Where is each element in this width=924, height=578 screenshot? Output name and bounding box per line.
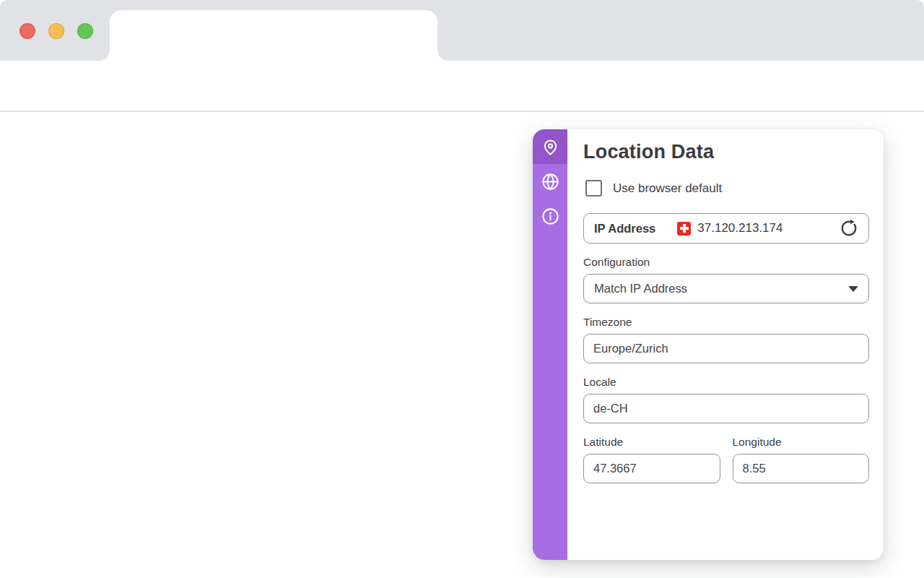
coordinates-row: Latitude Longitude [583, 423, 869, 483]
timezone-label: Timezone [583, 316, 869, 329]
configuration-group: Configuration Match IP Address [583, 256, 869, 303]
ip-address-label: IP Address [594, 222, 655, 236]
sidebar-item-info[interactable] [533, 199, 567, 233]
latitude-group: Latitude [583, 436, 720, 483]
timezone-input[interactable] [583, 334, 869, 363]
longitude-input[interactable] [733, 454, 870, 483]
configuration-selected-value: Match IP Address [594, 282, 687, 296]
ip-address-value: 37.120.213.174 [697, 221, 783, 236]
latitude-input[interactable] [583, 454, 720, 483]
browser-window: Location Data Use browser default IP Add… [0, 0, 924, 578]
configuration-label: Configuration [583, 256, 869, 269]
sidebar-item-location[interactable] [533, 129, 567, 164]
browser-tab[interactable] [110, 10, 437, 61]
location-data-panel: Location Data Use browser default IP Add… [533, 129, 884, 560]
close-window-button[interactable] [19, 23, 35, 39]
locale-input[interactable] [583, 394, 869, 423]
window-controls [19, 23, 93, 39]
page-title: Location Data [583, 141, 869, 163]
switzerland-flag-icon [677, 222, 691, 236]
globe-icon [541, 172, 560, 191]
minimize-window-button[interactable] [48, 23, 64, 39]
locale-label: Locale [583, 376, 869, 389]
use-browser-default-row: Use browser default [585, 180, 869, 197]
browser-toolbar [0, 61, 924, 112]
latitude-label: Latitude [583, 436, 720, 449]
info-icon [541, 207, 560, 226]
tab-strip [0, 0, 924, 61]
sidebar-item-globe[interactable] [533, 164, 567, 199]
ip-address-box: IP Address 37.120.213.174 [583, 213, 869, 243]
chevron-down-icon [848, 286, 858, 292]
refresh-icon [840, 219, 858, 238]
location-pin-icon [541, 137, 560, 157]
configuration-select[interactable]: Match IP Address [583, 274, 869, 303]
longitude-group: Longitude [733, 436, 870, 483]
maximize-window-button[interactable] [77, 23, 93, 39]
panel-sidebar [533, 129, 567, 560]
use-browser-default-label: Use browser default [613, 181, 722, 196]
locale-group: Locale [583, 376, 869, 423]
timezone-group: Timezone [583, 316, 869, 363]
tab-corner-fillet [437, 51, 448, 61]
use-browser-default-checkbox[interactable] [585, 180, 602, 197]
refresh-ip-button[interactable] [840, 219, 858, 238]
page-content: Location Data Use browser default IP Add… [0, 113, 924, 578]
tab-corner-fillet [100, 51, 110, 61]
panel-body: Location Data Use browser default IP Add… [567, 129, 884, 560]
longitude-label: Longitude [733, 436, 870, 449]
